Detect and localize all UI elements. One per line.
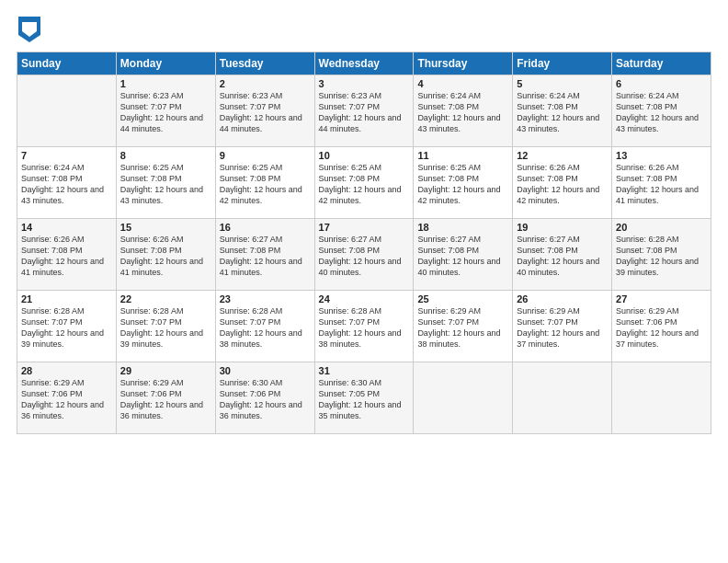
calendar-cell: 15Sunrise: 6:26 AMSunset: 7:08 PMDayligh… (116, 219, 215, 291)
day-number: 8 (120, 150, 211, 161)
cell-sun-info: Sunrise: 6:28 AMSunset: 7:07 PMDaylight:… (21, 305, 112, 350)
calendar-cell: 13Sunrise: 6:26 AMSunset: 7:08 PMDayligh… (612, 147, 711, 219)
cell-sun-info: Sunrise: 6:23 AMSunset: 7:07 PMDaylight:… (319, 90, 410, 135)
day-number: 9 (220, 150, 311, 161)
cell-sun-info: Sunrise: 6:29 AMSunset: 7:06 PMDaylight:… (616, 305, 707, 350)
cell-sun-info: Sunrise: 6:26 AMSunset: 7:08 PMDaylight:… (616, 162, 707, 207)
calendar-week-row: 14Sunrise: 6:26 AMSunset: 7:08 PMDayligh… (17, 219, 711, 291)
cell-sun-info: Sunrise: 6:24 AMSunset: 7:08 PMDaylight:… (517, 90, 608, 135)
calendar-cell: 31Sunrise: 6:30 AMSunset: 7:05 PMDayligh… (314, 362, 414, 434)
calendar-cell (513, 362, 612, 434)
calendar-cell: 11Sunrise: 6:25 AMSunset: 7:08 PMDayligh… (414, 147, 513, 219)
day-number: 21 (21, 293, 112, 304)
cell-sun-info: Sunrise: 6:26 AMSunset: 7:08 PMDaylight:… (21, 234, 112, 279)
cell-sun-info: Sunrise: 6:30 AMSunset: 7:06 PMDaylight:… (220, 377, 311, 422)
day-number: 19 (517, 222, 608, 233)
cell-sun-info: Sunrise: 6:24 AMSunset: 7:08 PMDaylight:… (417, 90, 508, 135)
weekday-header: Wednesday (314, 52, 414, 75)
day-number: 5 (517, 78, 608, 89)
cell-sun-info: Sunrise: 6:24 AMSunset: 7:08 PMDaylight:… (616, 90, 707, 135)
cell-sun-info: Sunrise: 6:28 AMSunset: 7:07 PMDaylight:… (319, 305, 410, 350)
weekday-header: Saturday (612, 52, 711, 75)
day-number: 30 (220, 365, 311, 376)
calendar-cell: 27Sunrise: 6:29 AMSunset: 7:06 PMDayligh… (612, 291, 711, 362)
cell-sun-info: Sunrise: 6:29 AMSunset: 7:06 PMDaylight:… (21, 377, 112, 422)
calendar-cell: 7Sunrise: 6:24 AMSunset: 7:08 PMDaylight… (17, 147, 117, 219)
cell-sun-info: Sunrise: 6:27 AMSunset: 7:08 PMDaylight:… (417, 234, 508, 279)
calendar-cell: 14Sunrise: 6:26 AMSunset: 7:08 PMDayligh… (17, 219, 117, 291)
weekday-header: Sunday (17, 52, 117, 75)
calendar-cell: 23Sunrise: 6:28 AMSunset: 7:07 PMDayligh… (215, 291, 314, 362)
day-number: 15 (120, 222, 211, 233)
page-header (17, 17, 711, 42)
calendar-cell: 20Sunrise: 6:28 AMSunset: 7:08 PMDayligh… (612, 219, 711, 291)
cell-sun-info: Sunrise: 6:26 AMSunset: 7:08 PMDaylight:… (120, 234, 211, 279)
calendar-cell: 24Sunrise: 6:28 AMSunset: 7:07 PMDayligh… (314, 291, 414, 362)
cell-sun-info: Sunrise: 6:24 AMSunset: 7:08 PMDaylight:… (21, 162, 112, 207)
day-number: 4 (417, 78, 508, 89)
calendar-cell: 12Sunrise: 6:26 AMSunset: 7:08 PMDayligh… (513, 147, 612, 219)
day-number: 3 (319, 78, 410, 89)
day-number: 26 (517, 293, 608, 304)
day-number: 1 (120, 78, 211, 89)
day-number: 20 (616, 222, 707, 233)
day-number: 13 (616, 150, 707, 161)
cell-sun-info: Sunrise: 6:27 AMSunset: 7:08 PMDaylight:… (220, 234, 311, 279)
cell-sun-info: Sunrise: 6:28 AMSunset: 7:07 PMDaylight:… (120, 305, 211, 350)
logo (17, 17, 40, 42)
calendar-week-row: 28Sunrise: 6:29 AMSunset: 7:06 PMDayligh… (17, 362, 711, 434)
cell-sun-info: Sunrise: 6:28 AMSunset: 7:07 PMDaylight:… (220, 305, 311, 350)
weekday-header: Thursday (414, 52, 513, 75)
cell-sun-info: Sunrise: 6:23 AMSunset: 7:07 PMDaylight:… (120, 90, 211, 135)
day-number: 28 (21, 365, 112, 376)
calendar-cell: 25Sunrise: 6:29 AMSunset: 7:07 PMDayligh… (414, 291, 513, 362)
cell-sun-info: Sunrise: 6:29 AMSunset: 7:06 PMDaylight:… (120, 377, 211, 422)
cell-sun-info: Sunrise: 6:25 AMSunset: 7:08 PMDaylight:… (319, 162, 410, 207)
day-number: 6 (616, 78, 707, 89)
calendar-week-row: 1Sunrise: 6:23 AMSunset: 7:07 PMDaylight… (17, 75, 711, 147)
weekday-header: Monday (116, 52, 215, 75)
calendar-cell (612, 362, 711, 434)
day-number: 16 (220, 222, 311, 233)
calendar-cell: 22Sunrise: 6:28 AMSunset: 7:07 PMDayligh… (116, 291, 215, 362)
calendar-cell: 10Sunrise: 6:25 AMSunset: 7:08 PMDayligh… (314, 147, 414, 219)
calendar-cell: 9Sunrise: 6:25 AMSunset: 7:08 PMDaylight… (215, 147, 314, 219)
calendar-cell: 30Sunrise: 6:30 AMSunset: 7:06 PMDayligh… (215, 362, 314, 434)
calendar-cell: 26Sunrise: 6:29 AMSunset: 7:07 PMDayligh… (513, 291, 612, 362)
calendar-cell: 18Sunrise: 6:27 AMSunset: 7:08 PMDayligh… (414, 219, 513, 291)
calendar-cell: 2Sunrise: 6:23 AMSunset: 7:07 PMDaylight… (215, 75, 314, 147)
calendar-cell: 3Sunrise: 6:23 AMSunset: 7:07 PMDaylight… (314, 75, 414, 147)
day-number: 7 (21, 150, 112, 161)
calendar-cell: 8Sunrise: 6:25 AMSunset: 7:08 PMDaylight… (116, 147, 215, 219)
cell-sun-info: Sunrise: 6:28 AMSunset: 7:08 PMDaylight:… (616, 234, 707, 279)
day-number: 18 (417, 222, 508, 233)
logo-icon (18, 17, 40, 42)
cell-sun-info: Sunrise: 6:30 AMSunset: 7:05 PMDaylight:… (319, 377, 410, 422)
day-number: 11 (417, 150, 508, 161)
cell-sun-info: Sunrise: 6:23 AMSunset: 7:07 PMDaylight:… (220, 90, 311, 135)
cell-sun-info: Sunrise: 6:27 AMSunset: 7:08 PMDaylight:… (319, 234, 410, 279)
day-number: 23 (220, 293, 311, 304)
calendar-cell: 16Sunrise: 6:27 AMSunset: 7:08 PMDayligh… (215, 219, 314, 291)
calendar-cell: 17Sunrise: 6:27 AMSunset: 7:08 PMDayligh… (314, 219, 414, 291)
calendar-table: SundayMondayTuesdayWednesdayThursdayFrid… (17, 52, 711, 434)
weekday-header: Tuesday (215, 52, 314, 75)
calendar-cell: 6Sunrise: 6:24 AMSunset: 7:08 PMDaylight… (612, 75, 711, 147)
day-number: 29 (120, 365, 211, 376)
day-number: 17 (319, 222, 410, 233)
cell-sun-info: Sunrise: 6:25 AMSunset: 7:08 PMDaylight:… (120, 162, 211, 207)
weekday-header: Friday (513, 52, 612, 75)
cell-sun-info: Sunrise: 6:29 AMSunset: 7:07 PMDaylight:… (517, 305, 608, 350)
calendar-cell: 28Sunrise: 6:29 AMSunset: 7:06 PMDayligh… (17, 362, 117, 434)
cell-sun-info: Sunrise: 6:25 AMSunset: 7:08 PMDaylight:… (220, 162, 311, 207)
day-number: 31 (319, 365, 410, 376)
calendar-week-row: 7Sunrise: 6:24 AMSunset: 7:08 PMDaylight… (17, 147, 711, 219)
calendar-cell (414, 362, 513, 434)
calendar-cell (17, 75, 117, 147)
calendar-cell: 5Sunrise: 6:24 AMSunset: 7:08 PMDaylight… (513, 75, 612, 147)
day-number: 22 (120, 293, 211, 304)
day-number: 14 (21, 222, 112, 233)
day-number: 10 (319, 150, 410, 161)
day-number: 12 (517, 150, 608, 161)
calendar-cell: 21Sunrise: 6:28 AMSunset: 7:07 PMDayligh… (17, 291, 117, 362)
